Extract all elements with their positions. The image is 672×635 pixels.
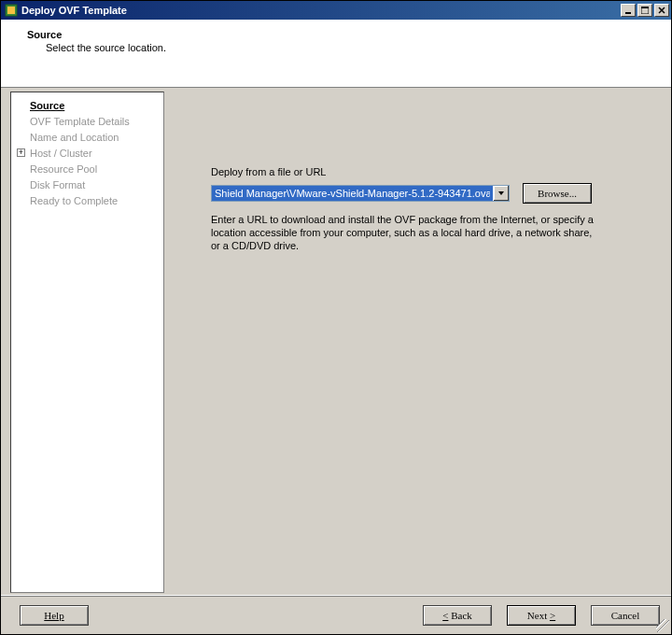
maximize-button[interactable] — [637, 4, 652, 17]
step-label: Disk Format — [30, 179, 85, 190]
svg-rect-2 — [625, 12, 631, 14]
step-label: Source — [30, 100, 64, 111]
app-icon — [5, 4, 18, 17]
step-label: Ready to Complete — [30, 195, 118, 206]
step-label: Resource Pool — [30, 163, 97, 175]
source-input-row: Browse... — [211, 183, 656, 204]
titlebar: Deploy OVF Template — [1, 1, 671, 20]
step-resource-pool[interactable]: Resource Pool — [17, 162, 158, 177]
browse-button[interactable]: Browse... — [523, 183, 592, 204]
next-button[interactable]: Next > — [507, 605, 576, 626]
wizard-header: Source Select the source location. — [1, 20, 671, 88]
step-ready-complete[interactable]: Ready to Complete — [17, 193, 158, 209]
wizard-footer: Help < Back Next > Cancel — [1, 595, 671, 634]
cancel-button[interactable]: Cancel — [591, 605, 660, 626]
window-controls — [619, 4, 669, 17]
step-host-cluster[interactable]: + Host / Cluster — [17, 146, 158, 162]
plus-icon[interactable]: + — [17, 148, 25, 157]
back-button[interactable]: < Back — [423, 605, 492, 626]
combo-dropdown-button[interactable] — [493, 186, 509, 201]
svg-rect-1 — [7, 7, 15, 14]
wizard-body: Source OVF Template Details Name and Loc… — [1, 88, 671, 595]
source-field-label: Deploy from a file or URL — [211, 166, 656, 177]
close-button[interactable] — [654, 4, 669, 17]
step-label: OVF Template Details — [30, 116, 130, 127]
source-help-text: Enter a URL to download and install the … — [211, 213, 603, 252]
page-description: Select the source location. — [27, 42, 656, 53]
step-source[interactable]: Source — [17, 98, 158, 114]
wizard-content: Deploy from a file or URL Browse... Ente… — [164, 92, 669, 593]
wizard-steps-sidebar: Source OVF Template Details Name and Loc… — [10, 92, 164, 593]
step-name-location[interactable]: Name and Location — [17, 130, 158, 146]
resize-grip-icon[interactable] — [656, 619, 669, 632]
step-ovf-details[interactable]: OVF Template Details — [17, 114, 158, 130]
minimize-button[interactable] — [621, 4, 636, 17]
svg-rect-4 — [641, 7, 649, 8]
window-title: Deploy OVF Template — [21, 5, 619, 16]
step-disk-format[interactable]: Disk Format — [17, 177, 158, 193]
page-title: Source — [27, 29, 656, 40]
source-path-input[interactable] — [212, 186, 493, 201]
step-label: Host / Cluster — [30, 148, 92, 159]
source-path-combo[interactable] — [211, 185, 510, 202]
deploy-ovf-window: Deploy OVF Template Source Select the so… — [0, 0, 672, 635]
step-label: Name and Location — [30, 132, 119, 143]
help-button[interactable]: Help — [20, 605, 89, 626]
